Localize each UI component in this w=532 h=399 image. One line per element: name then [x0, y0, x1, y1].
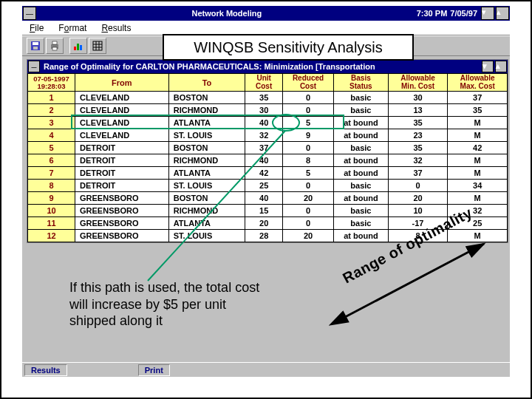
col-allowable-max: AllowableMax. Cost: [448, 74, 508, 92]
cell-reduced-cost: 0: [282, 142, 333, 154]
cell-allow-max: 42: [448, 142, 508, 154]
window-title: Network Modeling: [37, 9, 417, 18]
table-row[interactable]: 3CLEVELANDATLANTA405at bound35M: [28, 117, 508, 129]
cell-allow-min: 0: [388, 180, 448, 192]
table-row[interactable]: 2CLEVELANDRICHMOND300basic1335: [28, 104, 508, 117]
cell-basis-status: at bound: [334, 167, 389, 180]
menubar: File Format Results: [22, 21, 510, 35]
cell-basis-status: basic: [334, 92, 389, 104]
overlay-title: WINQSB Sensitivity Analysis: [163, 34, 414, 61]
cell-allow-min: 30: [388, 92, 448, 104]
doc-maximize-button[interactable]: ▴: [495, 61, 507, 72]
row-number: 12: [28, 230, 75, 242]
col-reduced-cost: ReducedCost: [282, 74, 333, 92]
chart-icon[interactable]: [69, 38, 87, 54]
cell-from: DETROIT: [75, 167, 169, 180]
cell-to: BOSTON: [168, 192, 245, 205]
svg-rect-5: [52, 47, 57, 50]
table-row[interactable]: 7DETROITATLANTA425at bound37M: [28, 167, 508, 180]
cell-allow-max: 37: [448, 92, 508, 104]
row-number: 2: [28, 104, 75, 117]
table-row[interactable]: 9GREENSBOROBOSTON4020at bound20M: [28, 192, 508, 205]
table-row[interactable]: 5DETROITBOSTON370basic3542: [28, 142, 508, 154]
cell-allow-min: 35: [388, 142, 448, 154]
cell-basis-status: at bound: [334, 192, 389, 205]
cell-to: RICHMOND: [168, 205, 245, 217]
cell-to: ATLANTA: [168, 217, 245, 230]
cell-unit-cost: 30: [245, 104, 283, 117]
menu-file[interactable]: File: [22, 21, 51, 35]
table-row[interactable]: 10GREENSBORORICHMOND150basic1032: [28, 205, 508, 217]
results-table: 07-05-199719:28:03 From To UnitCost Redu…: [27, 73, 508, 242]
cell-from: DETROIT: [75, 142, 169, 154]
grid-icon[interactable]: [89, 38, 106, 54]
menu-results[interactable]: Results: [94, 21, 138, 35]
cell-basis-status: basic: [334, 142, 389, 154]
cell-basis-status: basic: [334, 205, 389, 217]
table-row[interactable]: 6DETROITRICHMOND408at bound32M: [28, 154, 508, 167]
cell-allow-min: 13: [388, 104, 448, 117]
system-menu-icon[interactable]: —: [23, 7, 36, 20]
menu-format[interactable]: Format: [51, 21, 94, 35]
svg-rect-1: [33, 42, 38, 45]
cell-to: BOSTON: [168, 142, 245, 154]
cell-reduced-cost: 9: [282, 129, 333, 142]
row-number: 3: [28, 117, 75, 129]
cell-allow-min: 32: [388, 154, 448, 167]
table-row[interactable]: 8DETROITST. LOUIS250basic034: [28, 180, 508, 192]
cell-from: DETROIT: [75, 180, 169, 192]
print-icon[interactable]: [46, 38, 64, 54]
row-number: 4: [28, 129, 75, 142]
minimize-button[interactable]: ▾: [481, 7, 494, 20]
col-from: From: [75, 74, 169, 92]
cell-unit-cost: 28: [245, 230, 283, 242]
col-to: To: [168, 74, 245, 92]
table-row[interactable]: 4CLEVELANDST. LOUIS329at bound23M: [28, 129, 508, 142]
status-right: Print: [138, 364, 170, 376]
doc-title: Range of Optimality for CARLTON PHARMACE…: [41, 62, 481, 71]
doc-minimize-button[interactable]: ▾: [482, 61, 494, 72]
cell-unit-cost: 20: [245, 217, 283, 230]
row-number: 9: [28, 192, 75, 205]
cell-to: ST. LOUIS: [168, 180, 245, 192]
cell-unit-cost: 35: [245, 92, 283, 104]
statusbar: Results Print: [22, 362, 510, 377]
cell-reduced-cost: 5: [282, 117, 333, 129]
cell-from: GREENSBORO: [75, 230, 169, 242]
cell-basis-status: basic: [334, 180, 389, 192]
row-number: 6: [28, 154, 75, 167]
row-number: 8: [28, 180, 75, 192]
cell-allow-max: M: [448, 192, 508, 205]
col-unit-cost: UnitCost: [245, 74, 283, 92]
cell-to: ST. LOUIS: [168, 129, 245, 142]
cell-reduced-cost: 0: [282, 180, 333, 192]
maximize-button[interactable]: ▴: [496, 7, 509, 20]
cell-allow-max: 35: [448, 104, 508, 117]
cell-allow-min: 37: [388, 167, 448, 180]
cell-allow-min: 23: [388, 129, 448, 142]
svg-rect-4: [52, 41, 57, 44]
cell-to: BOSTON: [168, 92, 245, 104]
cell-unit-cost: 37: [245, 142, 283, 154]
cell-reduced-cost: 0: [282, 205, 333, 217]
clock-time: 7:30 PM: [417, 9, 451, 18]
cell-reduced-cost: 0: [282, 104, 333, 117]
doc-system-menu-icon[interactable]: —: [28, 61, 40, 72]
svg-line-15: [332, 244, 484, 324]
clock-date: 7/05/97: [450, 9, 480, 18]
cell-from: CLEVELAND: [75, 104, 169, 117]
svg-rect-8: [80, 45, 82, 50]
cell-unit-cost: 32: [245, 129, 283, 142]
cell-allow-max: M: [448, 167, 508, 180]
svg-rect-9: [93, 41, 102, 50]
document-window: — Range of Optimality for CARLTON PHARMA…: [27, 59, 508, 243]
svg-rect-6: [74, 47, 76, 50]
cell-unit-cost: 40: [245, 154, 283, 167]
cell-basis-status: at bound: [334, 154, 389, 167]
cell-from: DETROIT: [75, 154, 169, 167]
svg-rect-7: [77, 44, 79, 50]
table-row[interactable]: 1CLEVELANDBOSTON350basic3037: [28, 92, 508, 104]
cell-reduced-cost: 8: [282, 154, 333, 167]
cell-unit-cost: 42: [245, 167, 283, 180]
save-icon[interactable]: [27, 38, 44, 54]
